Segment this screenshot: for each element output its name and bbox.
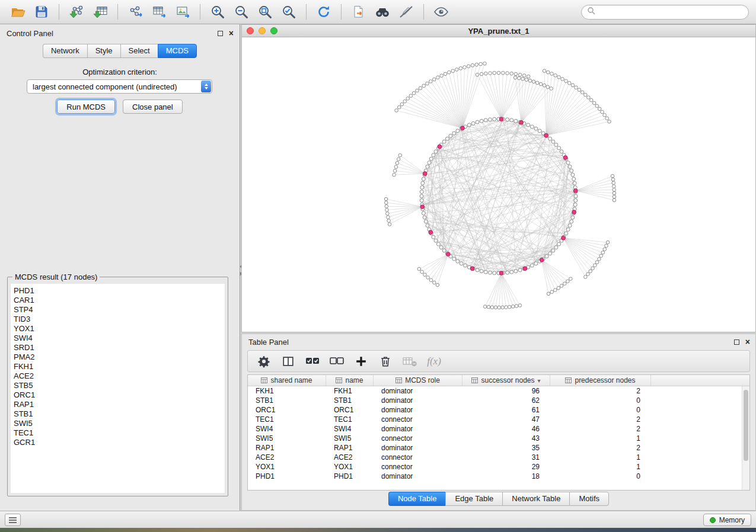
export-network-icon[interactable] [125, 2, 146, 21]
zoom-in-icon[interactable] [207, 2, 228, 21]
cell-successor-nodes: 31 [462, 453, 550, 462]
refresh-icon[interactable] [313, 2, 334, 21]
share-document-icon[interactable] [348, 2, 369, 21]
columns-icon[interactable] [280, 353, 296, 370]
tab-mcds[interactable]: MCDS [158, 44, 197, 58]
network-window-title: YPA_prune.txt_1 [242, 27, 755, 36]
mcds-node-item[interactable]: FKH1 [14, 362, 224, 371]
cell-shared-name: TEC1 [248, 415, 326, 424]
cell-mcds-role: dominator [374, 396, 462, 405]
network-canvas[interactable] [242, 37, 755, 332]
mcds-node-item[interactable]: GCR1 [14, 438, 224, 447]
select-all-icon[interactable] [304, 353, 321, 370]
mcds-node-item[interactable]: SWI4 [14, 334, 224, 343]
column-header-shared-name[interactable]: shared name [248, 375, 326, 386]
scrollbar-thumb[interactable] [744, 390, 748, 461]
table-tabs: Node TableEdge TableNetwork TableMotifs [242, 492, 755, 506]
tab-select[interactable]: Select [120, 44, 158, 58]
criterion-select[interactable]: largest connected component (undirected) [27, 79, 212, 94]
cell-mcds-role: connector [374, 415, 462, 424]
network-window-titlebar[interactable]: YPA_prune.txt_1 [242, 25, 755, 37]
mcds-node-item[interactable]: SWI5 [14, 419, 224, 428]
eye-icon[interactable] [430, 2, 452, 21]
zoom-selected-icon[interactable] [278, 2, 299, 21]
memory-button[interactable]: Memory [703, 514, 751, 526]
column-header-mcds-role[interactable]: MCDS role [374, 375, 462, 386]
toolbar-icon-group [7, 2, 452, 21]
binoculars-icon[interactable] [372, 2, 393, 21]
search-input[interactable] [599, 7, 743, 17]
mcds-node-item[interactable]: STB1 [14, 409, 224, 419]
zoom-out-icon[interactable] [231, 2, 252, 21]
mcds-node-item[interactable]: YOX1 [14, 324, 224, 334]
export-table-icon[interactable] [148, 2, 170, 21]
map-column-icon[interactable] [401, 353, 418, 370]
tab-motifs[interactable]: Motifs [569, 492, 609, 506]
table-row[interactable]: RAP1RAP1dominator352 [248, 443, 749, 453]
mcds-node-item[interactable]: ACE2 [14, 371, 224, 381]
annotate-icon[interactable] [395, 2, 417, 21]
column-header-successor-nodes[interactable]: successor nodes▾ [462, 375, 550, 386]
mcds-node-item[interactable]: CAR1 [14, 296, 224, 305]
table-row[interactable]: PHD1PHD1dominator180 [248, 472, 749, 481]
import-table-icon[interactable] [90, 2, 111, 21]
mcds-node-item[interactable]: SRD1 [14, 343, 224, 352]
fx-label: f(x) [427, 355, 441, 367]
table-row[interactable]: YOX1YOX1connector291 [248, 462, 749, 472]
column-header-name[interactable]: name [326, 375, 374, 386]
hamburger-icon [8, 517, 17, 524]
zoom-fit-icon[interactable] [254, 2, 276, 21]
run-mcds-button[interactable]: Run MCDS [57, 100, 115, 114]
close-panel-button[interactable]: Close panel [123, 100, 183, 114]
tab-network-table[interactable]: Network Table [502, 492, 569, 506]
table-body: FKH1FKH1dominator962STB1STB1dominator620… [248, 386, 749, 481]
tab-network[interactable]: Network [43, 44, 87, 58]
cell-predecessor-nodes: 1 [550, 462, 651, 472]
tab-node-table[interactable]: Node Table [388, 492, 446, 506]
function-builder-icon[interactable]: f(x) [426, 353, 442, 370]
tab-style[interactable]: Style [87, 44, 120, 58]
deselect-all-icon[interactable] [328, 353, 345, 370]
float-table-panel-icon[interactable] [734, 339, 739, 345]
table-row[interactable]: FKH1FKH1dominator962 [248, 386, 749, 396]
column-header-predecessor-nodes[interactable]: predecessor nodes [550, 375, 651, 386]
search-box[interactable] [581, 5, 749, 20]
table-row[interactable]: TEC1TEC1connector472 [248, 415, 749, 424]
mcds-node-item[interactable]: RAP1 [14, 400, 224, 409]
memory-label: Memory [719, 516, 745, 524]
open-folder-icon[interactable] [7, 2, 28, 21]
export-image-icon[interactable] [172, 2, 193, 21]
float-panel-icon[interactable] [218, 31, 223, 36]
status-menu-button[interactable] [5, 514, 21, 526]
mcds-node-item[interactable]: ORC1 [14, 390, 224, 400]
delete-column-icon[interactable] [377, 353, 394, 370]
table-scrollbar[interactable] [742, 386, 749, 490]
control-panel-title: Control Panel [7, 29, 53, 38]
toolbar-separator [423, 4, 424, 20]
tab-edge-table[interactable]: Edge Table [445, 492, 502, 506]
table-row[interactable]: ACE2ACE2connector311 [248, 453, 749, 462]
close-table-panel-icon[interactable]: × [745, 339, 750, 345]
cell-mcds-role: dominator [374, 472, 462, 481]
cell-predecessor-nodes: 1 [550, 434, 651, 443]
import-network-icon[interactable] [66, 2, 87, 21]
gear-icon[interactable] [256, 353, 272, 370]
close-panel-icon[interactable]: × [229, 30, 234, 36]
mcds-node-item[interactable]: TEC1 [14, 428, 224, 438]
mcds-result-list[interactable]: PHD1CAR1STP4TID3YOX1SWI4SRD1PMA2FKH1ACE2… [11, 284, 225, 493]
cell-predecessor-nodes: 1 [550, 453, 651, 462]
mcds-node-item[interactable]: TID3 [14, 315, 224, 324]
table-row[interactable]: STB1STB1dominator620 [248, 396, 749, 405]
table-header-row: shared namenameMCDS rolesuccessor nodes▾… [248, 375, 749, 386]
table-row[interactable]: ORC1ORC1dominator610 [248, 405, 749, 415]
save-icon[interactable] [31, 2, 52, 21]
mcds-node-item[interactable]: STB5 [14, 381, 224, 390]
table-row[interactable]: SWI5SWI5connector431 [248, 434, 749, 443]
mcds-node-item[interactable]: PMA2 [14, 352, 224, 362]
control-panel-titlebar: Control Panel × [7, 28, 234, 39]
add-column-icon[interactable] [353, 353, 369, 370]
mcds-node-item[interactable]: STP4 [14, 305, 224, 315]
table-row[interactable]: SWI4SWI4dominator462 [248, 424, 749, 434]
mcds-node-item[interactable]: PHD1 [14, 286, 224, 296]
toolbar-separator [306, 4, 307, 20]
